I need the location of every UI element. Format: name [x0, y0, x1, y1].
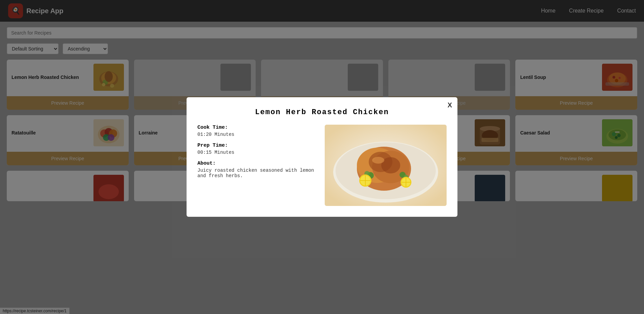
- svg-point-76: [372, 157, 384, 164]
- prep-time-value: 00:15 Minutes: [197, 150, 317, 155]
- modal-overlay[interactable]: X Lemon Herb Roasted Chicken Cook Time: …: [0, 0, 644, 314]
- modal-recipe-image: [325, 125, 447, 206]
- modal-close-button[interactable]: X: [448, 101, 452, 109]
- cook-time-label: Cook Time:: [197, 125, 317, 130]
- modal: X Lemon Herb Roasted Chicken Cook Time: …: [187, 97, 457, 217]
- modal-title: Lemon Herb Roasted Chicken: [197, 108, 447, 117]
- about-label: About:: [197, 161, 317, 166]
- modal-info: Cook Time: 01:20 Minutes Prep Time: 00:1…: [197, 125, 317, 206]
- about-value: Juicy roasted chicken seasoned with lemo…: [197, 168, 317, 179]
- cook-time-value: 01:20 Minutes: [197, 132, 317, 137]
- modal-body: Cook Time: 01:20 Minutes Prep Time: 00:1…: [197, 125, 447, 206]
- prep-time-label: Prep Time:: [197, 143, 317, 148]
- modal-recipe-svg: [325, 125, 447, 206]
